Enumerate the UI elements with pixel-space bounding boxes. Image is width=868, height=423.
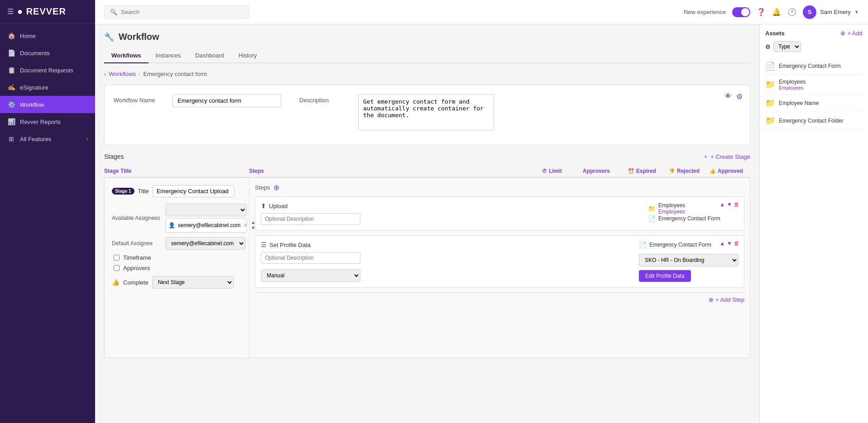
create-stage-button[interactable]: ＋ + Create Stage <box>703 152 750 161</box>
timeframe-checkbox[interactable] <box>114 255 120 261</box>
notifications-icon[interactable]: 🔔 <box>772 8 781 16</box>
col-stage-title: Stage Title <box>104 168 249 174</box>
sidebar-item-revver-reports[interactable]: 📊 Revver Reports <box>0 113 95 130</box>
sidebar-item-documents[interactable]: 📄 Documents <box>0 44 95 62</box>
step-content: ⬆ Upload 📁 Employees Em <box>261 202 739 225</box>
sidebar-item-label: Workflow <box>20 101 44 108</box>
user-icon: 👤 <box>168 222 175 228</box>
add-step-row[interactable]: ⊕ + Add Step <box>255 292 744 307</box>
available-assignees-label: Available Assignees <box>112 215 162 221</box>
steps-add-icon[interactable]: ⊕ <box>273 183 279 192</box>
trigger-select[interactable]: Manual <box>261 269 360 282</box>
col-approvers: Approvers <box>583 168 628 174</box>
default-assignee-row: Default Assignee semery@efilecabinet.com <box>112 237 242 250</box>
breadcrumb-current: Emergency contact form <box>143 71 207 77</box>
sidebar-item-label: Home <box>20 33 36 39</box>
form-corner-icons: 👁 ⚙ <box>724 92 743 101</box>
assignees-dropdown[interactable] <box>165 204 247 216</box>
assets-add-button[interactable]: ⊕ + Add <box>840 30 863 37</box>
assignee-email: semery@efilecabinet.com <box>178 222 240 228</box>
step-upload: ▲ ▼ 🗑 ⬆ Upload <box>255 196 744 231</box>
step-down-button[interactable]: ▼ <box>727 240 732 247</box>
step-header: ☰ Set Profile Data <box>261 241 632 248</box>
default-assignee-select[interactable]: semery@efilecabinet.com <box>165 237 245 250</box>
stage-row: Stage 1 Title Available Assignees 👤 <box>104 177 750 358</box>
user-badge[interactable]: S Sam Emery ▼ <box>803 5 859 19</box>
filter-icon: ⚙ <box>765 43 771 50</box>
step-down-button[interactable]: ▼ <box>727 201 732 208</box>
sidebar-item-home[interactable]: 🏠 Home <box>0 27 95 44</box>
approvers-checkbox[interactable] <box>114 265 120 271</box>
col-expired: ⏰ Expired <box>628 168 669 174</box>
profile-description-input[interactable] <box>261 252 360 264</box>
sidebar-item-label: Document Requests <box>20 67 73 74</box>
preview-icon[interactable]: 👁 <box>724 92 732 101</box>
stage-title-row: Stage 1 Title <box>112 185 242 197</box>
tab-instances[interactable]: Instances <box>149 48 188 63</box>
type-filter-select[interactable]: Type <box>773 41 801 52</box>
complete-select[interactable]: Next Stage <box>152 276 234 289</box>
history-icon[interactable]: 🕐 <box>787 8 796 16</box>
search-input[interactable] <box>121 9 243 15</box>
search-wrap[interactable]: 🔍 <box>104 5 249 19</box>
col-steps: Steps <box>249 168 542 174</box>
step-up-button[interactable]: ▲ <box>719 240 725 247</box>
sidebar-item-all-features[interactable]: ⊞ All Features › <box>0 130 95 147</box>
assets-panel: Assets ⊕ + Add ⚙ Type 📄 Emergency Contac… <box>759 24 868 423</box>
sidebar-item-esignature[interactable]: ✍️ eSignature <box>0 79 95 96</box>
workflow-icon: ⚙️ <box>7 101 15 108</box>
set-profile-icon: ☰ <box>261 241 267 248</box>
folder-icon: 📁 <box>765 98 775 108</box>
complete-row: 👍 Complete Next Stage <box>112 276 242 289</box>
step-up-button[interactable]: ▲ <box>719 201 725 208</box>
profile-data-select[interactable]: SKO - HR - On Boarding <box>639 254 739 266</box>
sidebar-item-workflow[interactable]: ⚙️ Workflow <box>0 96 95 113</box>
document-icon: 📄 <box>639 241 647 248</box>
step-set-profile-data: ▲ ▼ 🗑 ☰ Set Profile Data <box>255 235 744 288</box>
col-limit: ⏱ Limit <box>542 168 583 174</box>
folder-icon: 📁 <box>765 116 775 126</box>
sidebar-nav: 🏠 Home 📄 Documents 📋 Document Requests ✍… <box>0 24 95 423</box>
col-rejected: 👎 Rejected <box>669 168 710 174</box>
help-icon[interactable]: ❓ <box>757 8 766 16</box>
plus-icon: ⊕ <box>840 30 845 37</box>
description-label: Description <box>299 94 349 104</box>
home-icon: 🏠 <box>7 32 15 39</box>
remove-assignee-button[interactable]: ✕ <box>243 222 248 228</box>
logo: ● REVVER <box>17 6 66 17</box>
step-asset-form: 📄 Emergency Contact Form <box>648 215 739 222</box>
col-approved: 👍 Approved <box>710 168 750 174</box>
description-input[interactable]: Get emergency contact form and automatic… <box>358 94 494 130</box>
stage-badge: Stage 1 <box>112 188 134 195</box>
step-content: ☰ Set Profile Data Manual <box>261 241 739 282</box>
approvers-row: Approvers <box>114 265 242 271</box>
step-profile-actions: ▲ ▼ 🗑 <box>719 240 739 247</box>
asset-name: Employees <box>658 202 685 209</box>
asset-sub: Employees <box>779 85 806 90</box>
sidebar: ☰ ● REVVER 🏠 Home 📄 Documents 📋 Document… <box>0 0 95 423</box>
step-name: Upload <box>269 203 288 209</box>
page-title-row: 🔧 Workflow <box>104 32 750 42</box>
step-delete-button[interactable]: 🗑 <box>734 240 739 247</box>
add-step-icon: ⊕ <box>709 296 714 303</box>
step-delete-button[interactable]: 🗑 <box>734 201 739 208</box>
document-icon: 📄 <box>765 61 775 71</box>
main-area: 🔍 New experience ❓ 🔔 🕐 S Sam Emery ▼ 🔧 <box>95 0 868 423</box>
sidebar-item-document-requests[interactable]: 📋 Document Requests <box>0 62 95 79</box>
timeframe-label: Timeframe <box>123 254 151 261</box>
tab-dashboard[interactable]: Dashboard <box>188 48 231 63</box>
tab-history[interactable]: History <box>231 48 264 63</box>
asset-name: Emergency Contact Form <box>658 215 720 222</box>
upload-description-input[interactable] <box>261 213 360 225</box>
menu-icon[interactable]: ☰ <box>7 7 14 16</box>
workflow-form: 👁 ⚙ Workflow Name Description Get emerge… <box>104 85 750 145</box>
settings-icon[interactable]: ⚙ <box>736 92 743 101</box>
edit-profile-button[interactable]: Edit Profile Data <box>639 270 691 282</box>
tab-workflows[interactable]: Workflows <box>104 48 149 63</box>
stage-title-input[interactable] <box>153 185 234 197</box>
asset-item: 📁 Employee Name <box>765 95 863 112</box>
breadcrumb-parent[interactable]: Workflows <box>109 71 136 77</box>
new-experience-toggle[interactable] <box>732 7 750 17</box>
workflow-name-input[interactable] <box>173 94 281 107</box>
user-name: Sam Emery <box>820 9 851 15</box>
